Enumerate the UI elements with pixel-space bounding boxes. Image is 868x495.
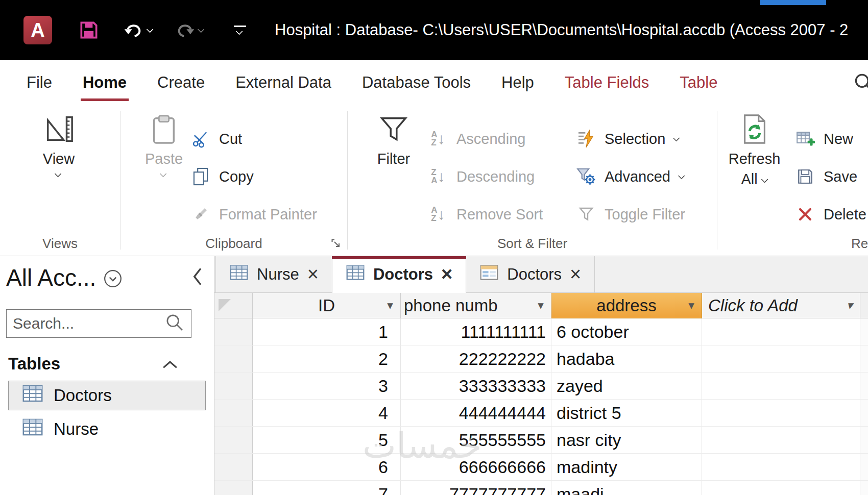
refresh-all-button[interactable]: Refresh All <box>722 113 786 188</box>
column-header-phone-number[interactable]: phone numb <box>401 293 551 318</box>
row-selector[interactable] <box>214 318 253 345</box>
cell-id[interactable]: 1 <box>253 318 401 345</box>
cell-empty[interactable] <box>702 427 860 453</box>
chevron-down-icon <box>198 26 205 33</box>
toggle-filter-button-disabled[interactable]: Toggle Filter <box>575 199 685 230</box>
redo-button-disabled[interactable] <box>175 21 204 39</box>
cell-phone[interactable]: 666666666 <box>401 454 551 480</box>
access-app-icon[interactable]: A <box>23 16 52 44</box>
cell-id[interactable]: 2 <box>253 345 401 372</box>
save-record-button[interactable]: Save <box>794 161 866 192</box>
ribbon-tab-external-data[interactable]: External Data <box>220 60 347 105</box>
cell-phone[interactable]: 7777777777 <box>401 481 551 495</box>
cell-empty[interactable] <box>702 481 860 495</box>
select-all-corner[interactable] <box>214 293 253 318</box>
delete-record-button[interactable]: Delete <box>794 199 866 230</box>
cell-empty[interactable] <box>702 373 860 399</box>
cell-id[interactable]: 5 <box>253 427 401 453</box>
cell-id[interactable]: 4 <box>253 400 401 426</box>
cell-id[interactable]: 3 <box>253 373 401 399</box>
cell-empty[interactable] <box>702 318 860 345</box>
doc-tab-doctors-datasheet[interactable]: Doctors <box>332 256 466 293</box>
copy-button[interactable]: Copy <box>189 161 317 192</box>
filter-button[interactable]: Filter <box>366 113 422 167</box>
ribbon-tab-file[interactable]: File <box>11 60 67 105</box>
quick-save-button[interactable] <box>78 19 100 41</box>
row-selector[interactable] <box>214 454 253 480</box>
cell-id[interactable]: 6 <box>253 454 401 480</box>
shutter-close-button[interactable] <box>190 266 204 289</box>
bar-icon <box>234 26 246 27</box>
cut-button[interactable]: Cut <box>189 123 317 154</box>
cell-address[interactable]: hadaba <box>551 345 702 372</box>
paste-button-disabled[interactable]: Paste <box>136 113 192 177</box>
ribbon-tab-table-fields[interactable]: Table Fields <box>549 60 664 105</box>
ribbon-tab-create[interactable]: Create <box>142 60 220 105</box>
group-label-records: Records <box>851 236 868 252</box>
cell-filler <box>860 454 868 480</box>
datasheet: ID phone numb address Click to Add 1 111… <box>214 293 868 495</box>
column-header-address-selected[interactable]: address <box>551 293 702 318</box>
column-dropdown-icon[interactable] <box>841 296 858 315</box>
cell-empty[interactable] <box>702 345 860 372</box>
funnel-icon <box>378 113 409 147</box>
row-selector[interactable] <box>214 373 253 399</box>
cell-address[interactable]: 6 october <box>551 318 702 345</box>
close-icon[interactable] <box>441 264 452 285</box>
row-selector[interactable] <box>214 345 253 372</box>
close-icon[interactable] <box>307 264 319 285</box>
nav-menu-dropdown-button[interactable] <box>103 269 123 290</box>
sidebar-item-doctors[interactable]: Doctors <box>8 381 206 410</box>
cell-phone[interactable]: 1111111111 <box>401 318 551 345</box>
navigation-pane: All Acc... Tables <box>0 256 214 495</box>
column-dropdown-icon[interactable] <box>382 296 398 315</box>
remove-sort-button-disabled[interactable]: Remove Sort <box>427 199 543 230</box>
cell-address[interactable]: zayed <box>551 373 702 399</box>
customize-quick-access-toolbar-button[interactable] <box>234 26 246 35</box>
cell-address[interactable]: maadi <box>551 481 702 495</box>
new-record-button[interactable]: New <box>794 123 866 154</box>
cell-phone[interactable]: 555555555 <box>401 427 551 453</box>
ribbon-tab-database-tools[interactable]: Database Tools <box>347 60 486 105</box>
ribbon-tab-help[interactable]: Help <box>486 60 549 105</box>
view-button[interactable]: View <box>26 113 92 177</box>
cell-id[interactable]: 7 <box>253 481 401 495</box>
row-selector[interactable] <box>214 400 253 426</box>
undo-button[interactable] <box>124 21 153 39</box>
column-dropdown-icon[interactable] <box>683 296 700 315</box>
descending-button-disabled[interactable]: Descending <box>427 161 543 192</box>
cell-address[interactable]: nasr city <box>551 427 702 453</box>
column-dropdown-icon[interactable] <box>533 296 549 315</box>
cell-phone[interactable]: 333333333 <box>401 373 551 399</box>
column-header-click-to-add[interactable]: Click to Add <box>702 293 860 318</box>
cell-filler <box>860 400 868 426</box>
cell-empty[interactable] <box>702 454 860 480</box>
cell-phone[interactable]: 444444444 <box>401 400 551 426</box>
search-input[interactable] <box>13 315 164 332</box>
cell-empty[interactable] <box>702 400 860 426</box>
tables-section-header[interactable]: Tables <box>0 351 214 377</box>
selection-button[interactable]: Selection <box>575 123 685 154</box>
cell-phone[interactable]: 222222222 <box>401 345 551 372</box>
toggle-filter-label: Toggle Filter <box>605 206 685 223</box>
ribbon-tab-home[interactable]: Home <box>67 60 142 105</box>
sidebar-item-nurse[interactable]: Nurse <box>8 414 206 444</box>
column-header-label: ID <box>318 296 335 315</box>
ascending-button-disabled[interactable]: Ascending <box>427 123 543 154</box>
row-selector[interactable] <box>214 427 253 453</box>
ribbon-tab-table[interactable]: Table <box>664 60 733 105</box>
doc-tab-nurse[interactable]: Nurse <box>215 256 332 292</box>
close-icon[interactable] <box>570 264 581 285</box>
doc-tab-label: Doctors <box>373 265 433 284</box>
clipboard-paste-icon <box>150 113 178 147</box>
search-button[interactable] <box>853 71 868 96</box>
design-view-icon <box>479 264 499 285</box>
advanced-button[interactable]: Advanced <box>575 161 685 192</box>
clipboard-dialog-launcher[interactable] <box>330 237 342 252</box>
cell-address[interactable]: district 5 <box>551 400 702 426</box>
row-selector[interactable] <box>214 481 253 495</box>
format-painter-button-disabled[interactable]: Format Painter <box>189 199 317 230</box>
doc-tab-doctors-design[interactable]: Doctors <box>466 256 595 292</box>
cell-address[interactable]: madinty <box>551 454 702 480</box>
column-header-id[interactable]: ID <box>253 293 401 318</box>
